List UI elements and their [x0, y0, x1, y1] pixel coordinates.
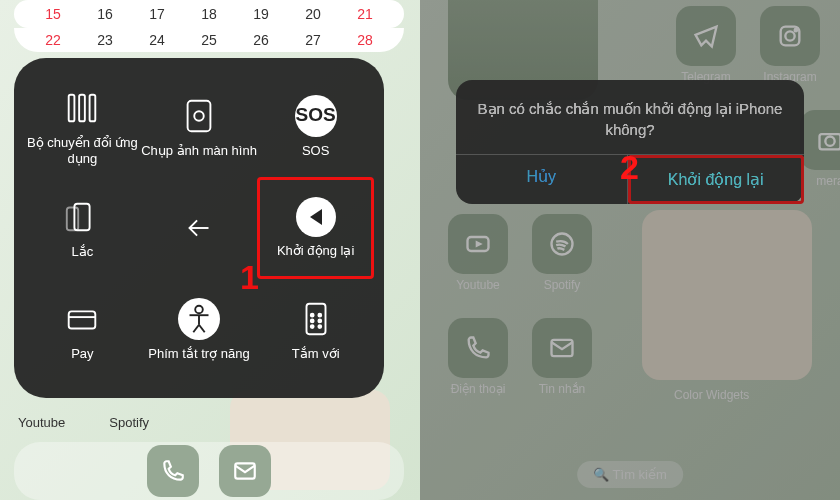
app-row-top: Telegram Instagram [676, 6, 820, 84]
label: Tắm với [292, 346, 340, 362]
label: Spotify [544, 278, 581, 292]
wallet-icon [61, 298, 103, 340]
youtube-app[interactable]: Youtube [448, 214, 508, 292]
svg-rect-3 [188, 101, 211, 131]
label: Bộ chuyển đổi ứng dụng [24, 135, 141, 166]
label: Lắc [71, 244, 93, 260]
cal-day: 15 [41, 6, 65, 22]
svg-point-27 [825, 137, 834, 146]
svg-line-14 [199, 324, 205, 332]
calendar-row-1: 15 16 17 18 19 20 21 [14, 0, 404, 28]
screenshot-icon [178, 95, 220, 137]
mail-app[interactable] [219, 445, 271, 497]
calendar-row-2: 22 23 24 25 26 27 28 [14, 28, 404, 52]
shake-button[interactable]: Lắc [24, 177, 141, 278]
spotify-app[interactable]: Spotify [532, 214, 592, 292]
step-badge-1: 1 [240, 258, 259, 297]
svg-point-10 [195, 305, 203, 313]
step-badge-2: 2 [620, 148, 639, 187]
youtube-label: Youtube [18, 415, 65, 430]
assistive-touch-panel: Bộ chuyển đổi ứng dụng Chụp ảnh màn hình… [14, 58, 384, 398]
confirm-restart-button[interactable]: Khởi động lại [628, 155, 805, 204]
svg-rect-0 [69, 95, 75, 122]
svg-rect-2 [90, 95, 96, 122]
cal-day: 21 [353, 6, 377, 22]
accessibility-icon [178, 298, 220, 340]
spotify-label: Spotify [109, 415, 149, 430]
search-pill[interactable]: 🔍 Tìm kiếm [577, 461, 683, 488]
cal-day: 16 [93, 6, 117, 22]
svg-rect-1 [79, 95, 85, 122]
search-label: Tìm kiếm [613, 467, 667, 482]
app-row-bottom: Điện thoại Tin nhắn [448, 318, 592, 396]
svg-rect-15 [306, 303, 325, 333]
dim-button[interactable]: Tắm với [257, 279, 374, 380]
screen-left: 15 16 17 18 19 20 21 22 23 24 25 26 27 2… [0, 0, 420, 500]
telegram-app[interactable]: Telegram [676, 6, 736, 84]
messages-app[interactable]: Tin nhắn [532, 318, 592, 396]
arrow-left-icon [178, 207, 220, 249]
cal-day: 26 [249, 32, 273, 48]
svg-point-21 [318, 325, 321, 328]
restart-button[interactable]: Khởi động lại [257, 177, 374, 278]
color-widgets-widget[interactable] [642, 210, 812, 380]
svg-marker-29 [476, 241, 483, 248]
label: Chụp ảnh màn hình [141, 143, 257, 159]
cal-day: 17 [145, 6, 169, 22]
dialog-message: Bạn có chắc chắn muốn khởi động lại iPho… [456, 80, 804, 154]
sos-icon: SOS [295, 95, 337, 137]
label: Youtube [456, 278, 500, 292]
cal-day: 25 [197, 32, 221, 48]
label: SOS [302, 143, 329, 159]
cal-day: 22 [41, 32, 65, 48]
app-row-mid: Youtube Spotify [448, 214, 592, 292]
label: Phím tắt trợ năng [148, 346, 249, 362]
sos-button[interactable]: SOS SOS [257, 76, 374, 177]
label: Tin nhắn [539, 382, 586, 396]
search-icon: 🔍 [593, 467, 612, 482]
label: mera [816, 174, 840, 188]
cal-day: 19 [249, 6, 273, 22]
cal-day: 28 [353, 32, 377, 48]
svg-point-17 [318, 313, 321, 316]
app-switcher-button[interactable]: Bộ chuyển đổi ứng dụng [24, 76, 141, 177]
svg-line-13 [193, 324, 199, 332]
cal-day: 20 [301, 6, 325, 22]
apple-pay-button[interactable]: Pay [24, 279, 141, 380]
calculator-icon [295, 298, 337, 340]
label: Điện thoại [451, 382, 506, 396]
svg-point-16 [310, 313, 313, 316]
phone-app[interactable]: Điện thoại [448, 318, 508, 396]
shake-icon [61, 196, 103, 238]
cal-day: 27 [301, 32, 325, 48]
cal-day: 23 [93, 32, 117, 48]
cal-day: 24 [145, 32, 169, 48]
cancel-button[interactable]: Hủy [456, 155, 628, 204]
color-widgets-label: Color Widgets [674, 388, 749, 402]
phone-app[interactable] [147, 445, 199, 497]
svg-point-20 [310, 325, 313, 328]
app-row-left: Youtube Spotify [18, 415, 149, 430]
camera-app[interactable]: mera [800, 110, 840, 188]
svg-point-18 [310, 319, 313, 322]
svg-rect-8 [69, 311, 96, 328]
screen-right: Telegram Instagram mera Youtube Spotify … [420, 0, 840, 500]
restart-icon [296, 197, 336, 237]
app-switcher-icon [61, 87, 103, 129]
svg-point-19 [318, 319, 321, 322]
svg-rect-6 [67, 208, 78, 231]
dock [14, 442, 404, 500]
label: Pay [71, 346, 93, 362]
label: Khởi động lại [277, 243, 354, 259]
screenshot-button[interactable]: Chụp ảnh màn hình [141, 76, 258, 177]
instagram-app[interactable]: Instagram [760, 6, 820, 84]
cal-day: 18 [197, 6, 221, 22]
svg-point-24 [785, 31, 794, 40]
svg-point-25 [795, 29, 797, 31]
svg-point-4 [194, 111, 204, 121]
